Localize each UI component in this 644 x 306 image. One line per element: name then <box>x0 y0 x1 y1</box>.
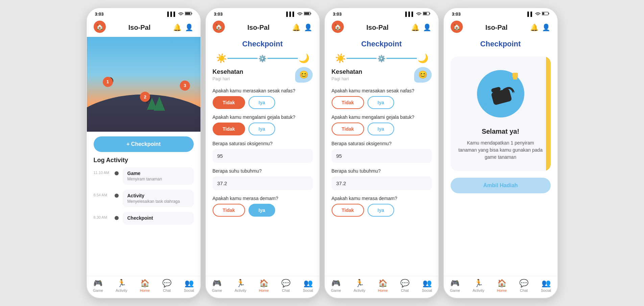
home-icon-1: 🏠 <box>140 279 149 288</box>
log-item-2: 8.30 AM Checkpoint <box>94 212 194 225</box>
svg-rect-19 <box>429 13 430 14</box>
nav-chat-4[interactable]: 💬 Chat <box>519 279 528 292</box>
nav-activity-4[interactable]: 🏃 Activity <box>473 279 484 292</box>
btn-iya-3-4[interactable]: Iya <box>367 204 394 217</box>
nav-activity-3[interactable]: 🏃 Activity <box>354 279 365 292</box>
svg-point-0 <box>180 15 181 16</box>
btn-iya-2-4[interactable]: Iya <box>248 204 275 217</box>
nav-game-label-3: Game <box>331 288 341 292</box>
log-card-0[interactable]: Game Menyiram tanaman <box>123 167 194 185</box>
section-info-2: Kesehatan Pagi hari <box>213 68 243 81</box>
nav-activity-1[interactable]: 🏃 Activity <box>116 279 127 292</box>
phone-screen-3: 3:03 ▌▌▌ 🏠 Iso-Pal 🔔 👤 Checkpoint ☀️ ⚙️ … <box>324 7 439 299</box>
question-2-0: Apakah kamu merasakan sesak nafas? Tidak… <box>213 88 313 109</box>
bell-icon[interactable]: 🔔 <box>173 23 182 31</box>
question-label-2-3: Berapa suhu tubuhmu? <box>213 168 313 174</box>
svg-rect-26 <box>542 13 544 15</box>
user-icon-4[interactable]: 👤 <box>542 23 550 31</box>
input-suhu-2[interactable] <box>213 176 313 190</box>
btn-row-3-0: Tidak Iya <box>332 96 432 109</box>
status-icons-1: ▌▌▌ <box>167 12 192 17</box>
log-card-2[interactable]: Checkpoint <box>123 212 194 225</box>
nav-home-2[interactable]: 🏠 Home <box>259 279 269 292</box>
btn-tidak-3-0[interactable]: Tidak <box>332 96 364 109</box>
nav-game-label-2: Game <box>212 288 222 292</box>
nav-social-2[interactable]: 👥 Social <box>303 279 313 292</box>
nav-chat-3[interactable]: 💬 Chat <box>400 279 409 292</box>
page-title-2: Checkpoint <box>206 37 319 50</box>
nav-chat-1[interactable]: 💬 Chat <box>162 279 171 292</box>
svg-text:🏠: 🏠 <box>215 23 223 30</box>
nav-social-3[interactable]: 👥 Social <box>422 279 432 292</box>
input-suhu-3[interactable] <box>332 176 432 190</box>
wifi-icon-4 <box>535 12 541 17</box>
question-2-4: Apakah kamu merasa demam? Tidak Iya <box>213 196 313 217</box>
input-saturasi-2[interactable] <box>213 149 313 163</box>
nav-chat-2[interactable]: 💬 Chat <box>281 279 290 292</box>
nav-activity-2[interactable]: 🏃 Activity <box>235 279 246 292</box>
nav-game-4[interactable]: 🎮 Game <box>450 279 460 292</box>
nav-game-label-4: Game <box>450 288 460 292</box>
time-line-2b <box>267 58 298 59</box>
btn-tidak-3-1[interactable]: Tidak <box>332 123 364 135</box>
nav-game-3[interactable]: 🎮 Game <box>331 279 341 292</box>
header-icons-1: 🔔 👤 <box>173 23 193 31</box>
btn-tidak-2-4[interactable]: Tidak <box>213 204 245 217</box>
page-title-4: Checkpoint <box>444 37 557 50</box>
question-3-4: Apakah kamu merasa demam? Tidak Iya <box>332 196 432 217</box>
social-icon-4: 👥 <box>542 279 551 288</box>
btn-iya-3-1[interactable]: Iya <box>367 123 394 135</box>
user-icon-2[interactable]: 👤 <box>304 23 312 31</box>
nav-home-1[interactable]: 🏠 Home <box>140 279 150 292</box>
gear-icon-2: ⚙️ <box>258 54 267 63</box>
nav-home-3[interactable]: 🏠 Home <box>378 279 388 292</box>
nav-home-label-2: Home <box>259 288 269 292</box>
user-icon[interactable]: 👤 <box>185 23 193 31</box>
btn-iya-2-0[interactable]: Iya <box>248 96 275 109</box>
phone-screen-4: 3:03 ▌▌ 🏠 Iso-Pal 🔔 👤 Checkpoint <box>443 7 558 299</box>
section-info-3: Kesehatan Pagi hari <box>332 68 362 81</box>
app-title-4: Iso-Pal <box>485 24 508 31</box>
question-label-2-0: Apakah kamu merasakan sesak nafas? <box>213 88 313 93</box>
app-title-1: Iso-Pal <box>128 24 151 31</box>
question-label-3-2: Berapa saturasi oksigenmu? <box>332 141 432 146</box>
map-pin-3[interactable]: 3 <box>180 81 190 91</box>
header-icons-4: 🔔 👤 <box>530 23 550 31</box>
app-header-4: 🏠 Iso-Pal 🔔 👤 <box>444 18 557 37</box>
btn-tidak-2-1[interactable]: Tidak <box>213 123 245 135</box>
question-label-3-4: Apakah kamu merasa demam? <box>332 196 432 201</box>
question-2-1: Apakah kamu mengalami gejala batuk? Tida… <box>213 114 313 135</box>
nav-social-1[interactable]: 👥 Social <box>184 279 194 292</box>
btn-iya-2-1[interactable]: Iya <box>248 123 275 135</box>
app-title-2: Iso-Pal <box>247 24 270 31</box>
log-item-0: 11.10 AM Game Menyiram tanaman <box>94 167 194 185</box>
input-saturasi-3[interactable] <box>332 149 432 163</box>
app-header-1: 🏠 Iso-Pal 🔔 👤 <box>87 18 200 37</box>
reward-claim-btn[interactable]: Ambil Hadiah <box>451 178 551 193</box>
bell-icon-2[interactable]: 🔔 <box>292 23 301 31</box>
log-dot-1 <box>115 194 119 198</box>
nav-game-1[interactable]: 🎮 Game <box>93 279 103 292</box>
moon-icon-2: 🌙 <box>299 53 309 64</box>
wifi-icon-3 <box>416 12 422 17</box>
nav-social-4[interactable]: 👥 Social <box>541 279 551 292</box>
wifi-icon <box>178 12 184 17</box>
btn-tidak-3-4[interactable]: Tidak <box>332 204 364 217</box>
btn-iya-3-0[interactable]: Iya <box>367 96 394 109</box>
map-pin-1[interactable]: 1 <box>103 77 113 87</box>
user-icon-3[interactable]: 👤 <box>423 23 431 31</box>
question-3-0: Apakah kamu merasakan sesak nafas? Tidak… <box>332 88 432 109</box>
nav-social-label-3: Social <box>422 288 432 292</box>
btn-tidak-2-0[interactable]: Tidak <box>213 96 245 109</box>
nav-social-label-1: Social <box>184 288 194 292</box>
bell-icon-3[interactable]: 🔔 <box>411 23 420 31</box>
moon-icon-3: 🌙 <box>418 53 428 64</box>
signal-icon-2: ▌▌▌ <box>286 12 296 17</box>
bell-icon-4[interactable]: 🔔 <box>530 23 539 31</box>
question-label-2-1: Apakah kamu mengalami gejala batuk? <box>213 114 313 120</box>
checkpoint-button[interactable]: + Checkpoint <box>94 136 194 152</box>
reward-content: Selamat ya! Kamu mendapatkan 1 penyiram … <box>444 50 557 276</box>
nav-game-2[interactable]: 🎮 Game <box>212 279 222 292</box>
nav-home-4[interactable]: 🏠 Home <box>497 279 507 292</box>
log-card-1[interactable]: Activity Menyelesaikan task olahraga <box>123 190 194 207</box>
